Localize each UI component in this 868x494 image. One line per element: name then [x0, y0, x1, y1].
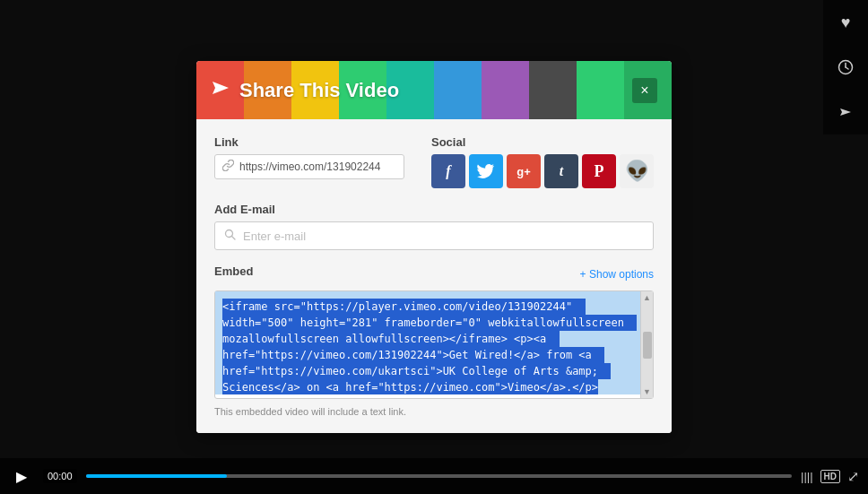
svg-line-6 [232, 237, 236, 240]
email-section: Add E-mail [214, 203, 654, 250]
scroll-thumb[interactable] [643, 332, 652, 359]
link-icon [222, 160, 234, 174]
embed-header: Embed + Show options [214, 264, 654, 283]
link-input[interactable] [239, 160, 396, 173]
twitter-button[interactable] [469, 154, 503, 188]
pinterest-button[interactable]: P [582, 154, 616, 188]
embed-label: Embed [214, 264, 253, 278]
facebook-button[interactable]: f [431, 154, 465, 188]
embed-section: Embed + Show options ▲ ▼ This embedded v… [214, 264, 654, 417]
scroll-down-arrow[interactable]: ▼ [643, 387, 651, 396]
show-options-link[interactable]: + Show options [580, 268, 654, 281]
link-section: Link [214, 135, 404, 179]
modal-backdrop: Share This Video × Link [0, 0, 868, 494]
modal-title: Share This Video [239, 79, 399, 102]
modal-header: Share This Video × [196, 61, 672, 119]
email-label: Add E-mail [214, 203, 654, 216]
social-section: Social f g+ t P 👽 [431, 135, 654, 188]
social-label: Social [431, 135, 654, 149]
scroll-up-arrow[interactable]: ▲ [643, 293, 651, 302]
social-icons: f g+ t P 👽 [431, 154, 654, 188]
email-input[interactable] [243, 230, 644, 243]
share-modal: Share This Video × Link [196, 61, 672, 433]
embed-code-textarea[interactable] [215, 291, 653, 394]
tumblr-button[interactable]: t [544, 154, 578, 188]
search-icon [224, 229, 236, 243]
reddit-button[interactable]: 👽 [620, 154, 654, 188]
embed-scrollbar[interactable]: ▲ ▼ [640, 291, 653, 398]
svg-marker-4 [213, 82, 229, 94]
link-input-wrapper [214, 154, 404, 179]
embed-code-container: ▲ ▼ [214, 290, 654, 399]
modal-header-content: Share This Video [211, 78, 632, 102]
send-icon [211, 78, 230, 102]
embed-note: This embedded video will include a text … [214, 406, 654, 417]
link-label: Link [214, 135, 404, 149]
email-input-wrapper [214, 221, 654, 250]
modal-body: Link Social f [196, 119, 672, 433]
modal-close-button[interactable]: × [632, 78, 657, 103]
link-social-row: Link Social f [214, 135, 654, 188]
googleplus-button[interactable]: g+ [507, 154, 541, 188]
